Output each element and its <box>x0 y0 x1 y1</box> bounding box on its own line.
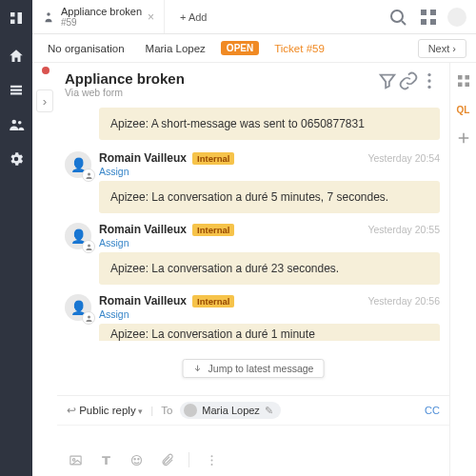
message-author: Romain Vailleux <box>99 223 187 236</box>
svg-rect-2 <box>10 92 22 94</box>
ticket-source: Via web form <box>65 87 185 98</box>
tab-title: Appliance broken <box>61 6 142 17</box>
link-icon[interactable] <box>398 70 419 91</box>
editor-toolbar <box>67 451 220 468</box>
pencil-icon: ✎ <box>265 405 273 417</box>
nav-overview[interactable] <box>6 80 27 101</box>
svg-point-12 <box>427 73 430 76</box>
svg-point-13 <box>427 79 430 82</box>
ticket-icon <box>42 10 55 24</box>
svg-rect-1 <box>10 89 22 91</box>
svg-point-17 <box>88 315 90 318</box>
right-rail: QL <box>449 63 476 476</box>
reply-to-label: To <box>161 405 172 416</box>
tab-close-button[interactable]: × <box>148 10 154 24</box>
jump-to-latest-button[interactable]: Jump to latest message <box>183 359 325 378</box>
svg-point-19 <box>72 458 75 461</box>
cc-button[interactable]: CC <box>425 405 440 416</box>
more-icon[interactable] <box>419 70 440 91</box>
crumb-org[interactable]: No organisation <box>42 41 130 56</box>
svg-rect-10 <box>421 19 426 25</box>
text-format-icon[interactable] <box>97 451 114 468</box>
editor-more-icon[interactable] <box>203 451 220 468</box>
recipient-avatar <box>184 404 197 417</box>
system-note: Apizee: A short-message was sent to 0650… <box>99 108 440 140</box>
svg-point-22 <box>137 458 138 459</box>
svg-rect-18 <box>69 456 80 465</box>
message-item: 👤 Romain Vailleux Internal Yesterday 20:… <box>65 290 440 343</box>
nav-settings[interactable] <box>6 149 27 169</box>
status-badge: OPEN <box>221 41 259 55</box>
assign-button[interactable]: Assign <box>99 237 129 248</box>
recipient-name: Maria Lopez <box>202 405 260 416</box>
search-icon[interactable] <box>387 6 409 29</box>
channel-badge-icon <box>82 169 95 182</box>
svg-point-16 <box>88 244 90 247</box>
integration-icon[interactable]: QL <box>455 101 472 118</box>
svg-rect-9 <box>430 10 436 15</box>
internal-badge: Internal <box>192 152 234 165</box>
app-logo[interactable] <box>6 8 27 29</box>
attachment-icon[interactable] <box>158 451 175 468</box>
svg-point-23 <box>210 455 212 457</box>
svg-rect-29 <box>465 83 469 88</box>
apps-grid-icon[interactable] <box>455 72 472 89</box>
message-time: Yesterday 20:54 <box>367 152 440 164</box>
expand-sidebar-button[interactable]: › <box>36 89 53 112</box>
message-body: Apizee: La conversation a duré 1 minute <box>99 324 440 341</box>
tab-bar: Appliance broken #59 × + Add <box>32 0 476 34</box>
apps-icon[interactable] <box>417 6 440 29</box>
svg-line-7 <box>402 21 406 25</box>
svg-rect-28 <box>458 83 463 88</box>
unread-indicator <box>42 67 50 74</box>
tab-subtitle: #59 <box>61 17 142 28</box>
svg-rect-11 <box>430 19 436 25</box>
message-time: Yesterday 20:55 <box>367 224 440 235</box>
svg-point-4 <box>18 121 22 125</box>
assign-button[interactable]: Assign <box>99 308 129 320</box>
message-body: Apizee: La conversation a duré 23 second… <box>99 252 440 285</box>
svg-point-14 <box>427 86 430 89</box>
insert-image-icon[interactable] <box>67 451 84 468</box>
ticket-header: Appliance broken Via web form <box>57 63 449 104</box>
message-list[interactable]: Apizee: A short-message was sent to 0650… <box>57 104 449 395</box>
current-user-avatar[interactable] <box>447 8 466 27</box>
channel-badge-icon <box>82 311 95 325</box>
reply-bar: Public reply | To Maria Lopez ✎ CC <box>57 395 449 425</box>
breadcrumb: No organisation Maria Lopez OPEN Ticket … <box>32 34 476 63</box>
tab-ticket-59[interactable]: Appliance broken #59 × <box>32 0 165 33</box>
svg-rect-8 <box>421 10 426 15</box>
next-ticket-button[interactable]: Next <box>418 39 466 58</box>
add-panel-button[interactable] <box>455 129 472 147</box>
svg-point-15 <box>88 172 90 175</box>
arrow-down-icon <box>193 364 203 373</box>
recipient-chip[interactable]: Maria Lopez ✎ <box>180 402 281 419</box>
emoji-icon[interactable] <box>128 451 145 468</box>
add-tab-button[interactable]: + Add <box>172 8 214 27</box>
svg-point-21 <box>134 458 135 459</box>
nav-customers[interactable] <box>6 114 27 135</box>
svg-point-6 <box>391 10 403 22</box>
crumb-user[interactable]: Maria Lopez <box>140 41 211 56</box>
channel-badge-icon <box>82 240 95 253</box>
reply-mode-selector[interactable]: Public reply <box>67 404 143 417</box>
svg-point-25 <box>210 463 212 465</box>
internal-badge: Internal <box>192 224 234 236</box>
message-time: Yesterday 20:56 <box>367 295 440 307</box>
filter-icon[interactable] <box>377 70 398 91</box>
message-author: Romain Vailleux <box>99 151 187 165</box>
svg-point-5 <box>47 12 50 16</box>
svg-rect-0 <box>10 86 22 88</box>
assign-button[interactable]: Assign <box>99 166 129 177</box>
message-body: Apizee: La conversation a duré 5 minutes… <box>99 181 440 213</box>
left-nav-rail <box>0 0 32 476</box>
reply-editor[interactable] <box>57 425 449 476</box>
page-title: Appliance broken <box>65 70 185 87</box>
svg-rect-27 <box>465 75 469 80</box>
crumb-ticket[interactable]: Ticket #59 <box>268 41 330 56</box>
nav-home[interactable] <box>6 46 27 67</box>
jump-label: Jump to latest message <box>208 363 314 374</box>
svg-point-24 <box>210 459 212 461</box>
message-item: 👤 Romain Vailleux Internal Yesterday 20:… <box>65 219 440 287</box>
svg-point-3 <box>12 120 17 125</box>
